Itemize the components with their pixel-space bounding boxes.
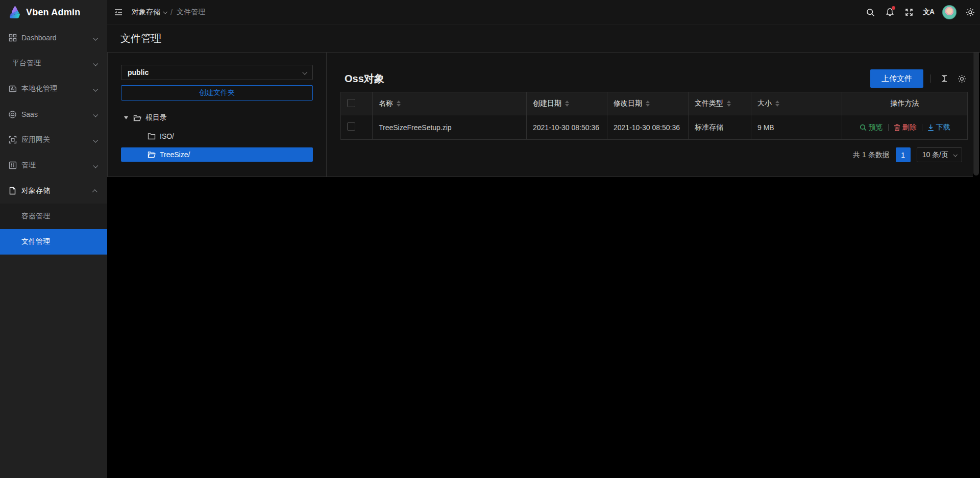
file-icon <box>8 187 17 195</box>
select-all-checkbox[interactable] <box>347 99 355 107</box>
tree-node-label: TreeSize/ <box>160 150 190 159</box>
oss-table: 名称 创建日期 修改日期 <box>340 92 968 140</box>
column-label: 创建日期 <box>533 99 561 108</box>
tree-node-root[interactable]: 根目录 <box>121 111 313 125</box>
sidebar-item-container-management[interactable]: 容器管理 <box>0 204 107 229</box>
pagination-total: 共 1 条数据 <box>853 150 890 160</box>
breadcrumb-separator: / <box>170 8 173 16</box>
fullscreen-icon <box>905 8 913 16</box>
cell-name: TreeSizeFreeSetup.zip <box>373 115 527 140</box>
tree-node-iso[interactable]: ISO/ <box>121 129 313 143</box>
sidebar-item-label: 本地化管理 <box>21 84 57 93</box>
user-menu-button[interactable] <box>938 0 961 25</box>
gear-icon <box>958 74 966 83</box>
tree-node-treesize[interactable]: TreeSize/ <box>121 147 313 162</box>
sidebar-item-file-management[interactable]: 文件管理 <box>0 229 107 255</box>
oss-title: Oss对象 <box>345 72 384 86</box>
topbar: 对象存储 / 文件管理 <box>107 0 980 25</box>
action-divider <box>922 124 922 131</box>
menu-fold-button[interactable] <box>107 0 130 25</box>
breadcrumb-item-object-storage[interactable]: 对象存储 <box>132 8 166 17</box>
sidebar-item-gateway[interactable]: 应用网关 <box>0 127 107 153</box>
logo[interactable]: Vben Admin <box>0 0 107 25</box>
action-label: 预览 <box>869 123 883 132</box>
row-actions: 预览 删除 <box>848 123 961 132</box>
action-label: 删除 <box>902 123 917 132</box>
column-label: 文件类型 <box>695 99 723 108</box>
sidebar-item-label: 平台管理 <box>12 59 41 68</box>
caret-down-icon[interactable] <box>124 116 128 119</box>
column-header-name[interactable]: 名称 <box>373 92 527 115</box>
column-header-modified[interactable]: 修改日期 <box>607 92 689 115</box>
folder-open-icon <box>148 151 156 158</box>
bucket-select-value: public <box>128 68 149 77</box>
sort-icon[interactable] <box>727 100 731 107</box>
bucket-select[interactable]: public <box>121 65 313 80</box>
sidebar-item-saas[interactable]: Saas <box>0 102 107 127</box>
oss-header: Oss对象 上传文件 <box>340 66 968 91</box>
oss-toolbar: 上传文件 <box>870 69 968 88</box>
folder-open-icon <box>133 114 141 121</box>
folder-tree: 根目录 ISO/ TreeSize/ <box>121 111 313 162</box>
sidebar-item-label: 对象存储 <box>21 186 50 195</box>
sliders-icon <box>8 161 17 170</box>
sidebar-item-dashboard[interactable]: Dashboard <box>0 25 107 51</box>
dashboard-grid-icon <box>8 34 17 42</box>
trash-icon <box>894 124 900 131</box>
create-folder-button[interactable]: 创建文件夹 <box>121 85 313 100</box>
bucket-panel: public 创建文件夹 根目录 ISO/ <box>108 53 327 177</box>
sort-icon[interactable] <box>565 100 569 107</box>
menu-fold-icon <box>114 8 123 17</box>
column-header-type[interactable]: 文件类型 <box>689 92 751 115</box>
translate-icon: 文A <box>923 8 934 17</box>
row-height-icon <box>940 74 948 83</box>
sidebar-item-management[interactable]: 管理 <box>0 153 107 178</box>
tree-node-label: 根目录 <box>145 113 167 122</box>
column-header-created[interactable]: 创建日期 <box>527 92 607 115</box>
action-divider <box>888 124 889 131</box>
cloud-icon <box>8 110 17 119</box>
preview-button[interactable]: 预览 <box>860 123 883 132</box>
topbar-actions: 文A <box>861 0 980 24</box>
sidebar-item-localization[interactable]: 本地化管理 <box>0 76 107 102</box>
upload-file-button[interactable]: 上传文件 <box>870 69 923 88</box>
app-title: Vben Admin <box>26 7 80 18</box>
breadcrumb: 对象存储 / 文件管理 <box>132 8 205 17</box>
notification-button[interactable] <box>880 0 899 25</box>
sidebar-menu: Dashboard 平台管理 本地化管理 <box>0 25 107 255</box>
chevron-up-icon <box>92 189 97 194</box>
cell-size: 9 MB <box>751 115 842 140</box>
cell-created: 2021-10-30 08:50:36 <box>527 115 607 140</box>
page-size-select[interactable]: 10 条/页 <box>917 147 962 162</box>
fullscreen-button[interactable] <box>899 0 919 25</box>
pagination: 共 1 条数据 1 10 条/页 <box>340 147 968 162</box>
locale-switch-button[interactable]: 文A <box>919 0 938 25</box>
settings-button[interactable] <box>961 0 980 25</box>
cell-type: 标准存储 <box>689 115 751 140</box>
sort-icon[interactable] <box>775 100 779 107</box>
sidebar: Vben Admin Dashboard 平台管理 <box>0 0 107 478</box>
table-row: TreeSizeFreeSetup.zip 2021-10-30 08:50:3… <box>341 115 968 140</box>
pagination-page-1[interactable]: 1 <box>896 147 911 162</box>
breadcrumb-label: 文件管理 <box>177 8 205 17</box>
sidebar-item-label: Dashboard <box>21 34 57 42</box>
sidebar-item-platform[interactable]: 平台管理 <box>0 51 107 76</box>
sort-icon[interactable] <box>646 100 650 107</box>
column-label: 大小 <box>757 99 772 108</box>
delete-button[interactable]: 删除 <box>894 123 917 132</box>
chevron-down-icon <box>93 163 98 168</box>
toolbar-divider <box>930 74 931 83</box>
table-settings-button[interactable] <box>955 72 968 85</box>
screen: Vben Admin Dashboard 平台管理 <box>0 0 980 478</box>
search-button[interactable] <box>861 0 880 25</box>
sidebar-item-object-storage[interactable]: 对象存储 <box>0 178 107 204</box>
row-checkbox[interactable] <box>347 122 355 131</box>
column-header-size[interactable]: 大小 <box>751 92 842 115</box>
folder-icon <box>148 133 156 140</box>
sort-icon[interactable] <box>397 100 401 107</box>
tree-node-label: ISO/ <box>160 132 174 140</box>
column-label: 操作方法 <box>891 99 919 108</box>
row-height-button[interactable] <box>938 72 950 85</box>
download-button[interactable]: 下载 <box>927 123 950 132</box>
cell-modified: 2021-10-30 08:50:36 <box>607 115 689 140</box>
